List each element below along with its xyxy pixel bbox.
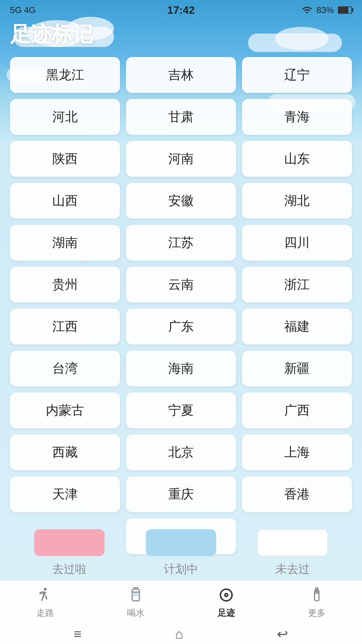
status-time: 17:42	[167, 4, 195, 16]
status-signal: 5G 4G	[10, 5, 36, 15]
planned-color-box	[146, 529, 216, 556]
nav-label-drink: 喝水	[127, 607, 144, 619]
visited-color-box	[34, 529, 105, 556]
svg-rect-3	[133, 593, 138, 597]
province-btn-hunan[interactable]: 湖南	[10, 225, 120, 261]
province-btn-beijing[interactable]: 北京	[126, 434, 236, 470]
menu-button[interactable]: ≡	[74, 627, 81, 642]
province-btn-anhui[interactable]: 安徽	[126, 183, 236, 219]
province-btn-gansu[interactable]: 甘肃	[126, 99, 236, 135]
main-content: 黑龙江吉林辽宁河北甘肃青海陕西河南山东山西安徽湖北湖南江苏四川贵州云南浙江江西广…	[0, 50, 362, 584]
province-btn-shanxi[interactable]: 山西	[10, 183, 120, 219]
more-icon	[307, 586, 326, 604]
home-bar: ≡ ⌂ ↩	[0, 624, 362, 644]
nav-item-walk[interactable]: 走路	[36, 586, 55, 619]
province-btn-yunnan[interactable]: 云南	[126, 267, 236, 303]
province-btn-hainan[interactable]: 海南	[126, 351, 236, 386]
status-right: 83%	[302, 5, 352, 15]
province-btn-zhejiang[interactable]: 浙江	[242, 267, 352, 303]
walk-icon	[36, 586, 55, 604]
province-btn-hubei[interactable]: 湖北	[242, 183, 352, 219]
province-btn-xizang[interactable]: 西藏	[10, 434, 120, 470]
province-btn-heilongjiang[interactable]: 黑龙江	[10, 57, 120, 93]
province-btn-jiangsu[interactable]: 江苏	[126, 225, 236, 261]
battery-text: 83%	[316, 5, 334, 15]
province-btn-neimenggu[interactable]: 内蒙古	[10, 392, 120, 428]
wifi-icon	[302, 5, 312, 15]
home-button[interactable]: ⌂	[175, 627, 183, 642]
province-btn-tianjin[interactable]: 天津	[10, 476, 120, 512]
province-btn-fujian[interactable]: 福建	[242, 309, 352, 344]
nav-label-walk: 走路	[37, 607, 54, 619]
province-btn-shaanxi[interactable]: 陕西	[10, 141, 120, 177]
province-btn-hebei[interactable]: 河北	[10, 99, 120, 135]
province-btn-xianggang[interactable]: 香港	[242, 476, 352, 512]
province-btn-liaoning[interactable]: 辽宁	[242, 57, 352, 93]
svg-point-0	[44, 588, 47, 591]
legend-unvisited: 未去过	[257, 529, 328, 577]
province-btn-henan[interactable]: 河南	[126, 141, 236, 177]
province-btn-jiangxi[interactable]: 江西	[10, 309, 120, 344]
province-btn-sichuan[interactable]: 四川	[242, 225, 352, 261]
province-btn-xinjiang[interactable]: 新疆	[242, 351, 352, 386]
province-btn-chongqing[interactable]: 重庆	[126, 476, 236, 512]
province-btn-guangdong[interactable]: 广东	[126, 309, 236, 344]
nav-item-footprint[interactable]: 足迹	[217, 586, 236, 619]
bottom-nav: 走路 喝水 足迹	[0, 580, 362, 624]
footprint-icon	[217, 586, 236, 604]
province-btn-guangxi[interactable]: 广西	[242, 392, 352, 428]
unvisited-label: 未去过	[276, 561, 310, 577]
visited-label: 去过啦	[52, 561, 86, 577]
nav-item-more[interactable]: 更多	[307, 586, 326, 619]
province-btn-qinghai[interactable]: 青海	[242, 99, 352, 135]
drink-icon	[126, 586, 145, 604]
status-bar: 5G 4G 17:42 83%	[0, 0, 362, 20]
planned-label: 计划中	[164, 561, 198, 577]
unvisited-color-box	[257, 529, 328, 556]
back-button[interactable]: ↩	[277, 626, 288, 642]
province-btn-ningxia[interactable]: 宁夏	[126, 392, 236, 428]
nav-label-footprint: 足迹	[218, 607, 235, 619]
svg-point-6	[226, 594, 227, 596]
nav-item-drink[interactable]: 喝水	[126, 586, 145, 619]
province-btn-shanghai[interactable]: 上海	[242, 434, 352, 470]
legend-planned: 计划中	[146, 529, 216, 577]
legend-section: 去过啦 计划中 未去过	[0, 529, 362, 577]
nav-label-more: 更多	[308, 607, 325, 619]
province-grid: 黑龙江吉林辽宁河北甘肃青海陕西河南山东山西安徽湖北湖南江苏四川贵州云南浙江江西广…	[10, 57, 352, 554]
province-btn-shandong[interactable]: 山东	[242, 141, 352, 177]
province-btn-taiwan[interactable]: 台湾	[10, 351, 120, 386]
battery-icon	[338, 6, 352, 14]
legend-visited: 去过啦	[34, 529, 105, 577]
province-btn-jilin[interactable]: 吉林	[126, 57, 236, 93]
app-title: 足迹标记	[10, 20, 93, 48]
province-btn-guizhou[interactable]: 贵州	[10, 267, 120, 303]
